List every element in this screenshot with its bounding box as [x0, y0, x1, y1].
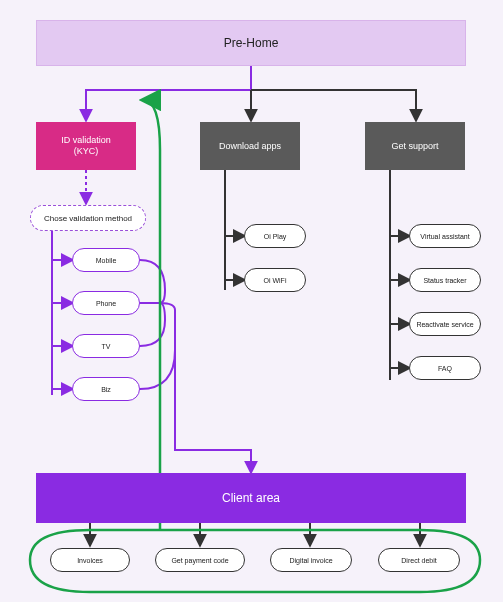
prehome-node: Pre-Home — [36, 20, 466, 66]
channel-phone: Phone — [72, 291, 140, 315]
id-validation-node: ID validation (KYC) — [36, 122, 136, 170]
client-area-node: Client area — [36, 473, 466, 523]
channel-mobile: Mobile — [72, 248, 140, 272]
client-invoices: Invoices — [50, 548, 130, 572]
client-digital-invoice: Digital invoice — [270, 548, 352, 572]
client-direct-debit: Direct debit — [378, 548, 460, 572]
support-reactivate: Reactivate service — [409, 312, 481, 336]
support-virtual-assistant: Virtual assistant — [409, 224, 481, 248]
app-oi-play: Oi Play — [244, 224, 306, 248]
app-oi-wifi: Oi WiFi — [244, 268, 306, 292]
support-faq: FAQ — [409, 356, 481, 380]
client-payment-code: Get payment code — [155, 548, 245, 572]
channel-biz: Biz — [72, 377, 140, 401]
channel-tv: TV — [72, 334, 140, 358]
support-status-tracker: Status tracker — [409, 268, 481, 292]
get-support-node: Get support — [365, 122, 465, 170]
download-apps-node: Download apps — [200, 122, 300, 170]
chose-method-node: Chose validation method — [30, 205, 146, 231]
